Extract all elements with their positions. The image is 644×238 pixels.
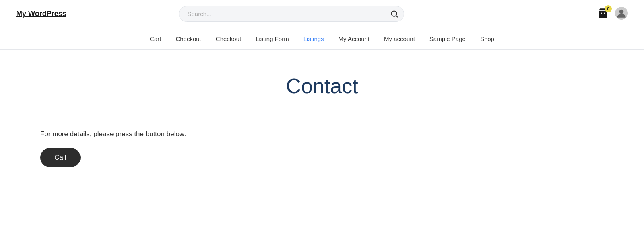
header-icons: 0 [597, 7, 628, 21]
site-header: My WordPress 0 [0, 0, 644, 28]
nav-item-checkout-1[interactable]: Checkout [170, 34, 206, 44]
svg-point-4 [619, 9, 624, 14]
nav-item-my-account[interactable]: My Account [333, 34, 376, 44]
call-button[interactable]: Call [40, 148, 80, 167]
svg-line-1 [396, 15, 398, 17]
nav-item-listing-form[interactable]: Listing Form [250, 34, 295, 44]
search-input[interactable] [179, 6, 404, 22]
search-container [179, 6, 404, 22]
site-title[interactable]: My WordPress [16, 10, 66, 18]
search-icon [390, 10, 398, 18]
cart-button[interactable]: 0 [597, 8, 609, 21]
contact-details: For more details, please press the butto… [16, 130, 628, 167]
user-icon [615, 7, 628, 20]
cart-count-badge: 0 [605, 5, 612, 12]
nav-item-listings[interactable]: Listings [298, 34, 330, 44]
main-nav: Cart Checkout Checkout Listing Form List… [0, 28, 644, 50]
user-account-button[interactable] [615, 7, 628, 21]
nav-item-shop[interactable]: Shop [475, 34, 500, 44]
nav-item-my-account-2[interactable]: My account [378, 34, 421, 44]
nav-item-sample-page[interactable]: Sample Page [424, 34, 471, 44]
details-text: For more details, please press the butto… [40, 130, 604, 138]
nav-item-cart[interactable]: Cart [144, 34, 167, 44]
nav-item-checkout-2[interactable]: Checkout [210, 34, 247, 44]
page-title: Contact [16, 74, 628, 98]
search-button[interactable] [390, 10, 398, 18]
main-content: Contact For more details, please press t… [0, 50, 644, 183]
